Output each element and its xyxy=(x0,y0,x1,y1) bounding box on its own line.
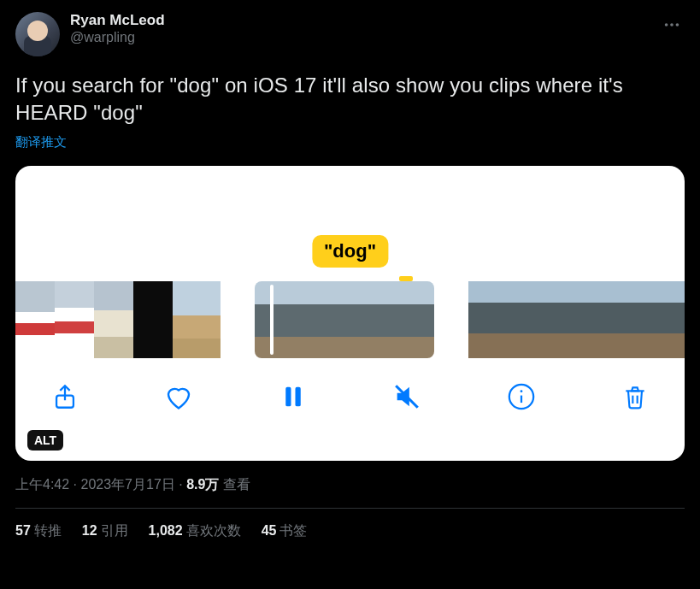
info-icon[interactable] xyxy=(504,380,538,414)
clip-thumb[interactable] xyxy=(591,281,632,358)
author-names[interactable]: Ryan McLeod @warpling xyxy=(70,12,165,45)
views-label: 查看 xyxy=(223,477,250,492)
tweet-header: Ryan McLeod @warpling xyxy=(15,12,685,56)
views-count: 8.9万 xyxy=(186,477,219,492)
clip-thumb[interactable] xyxy=(468,281,509,358)
media-toolbar xyxy=(15,358,685,435)
clip-thumb[interactable] xyxy=(55,281,94,358)
retweets-stat[interactable]: 57转推 xyxy=(15,522,62,540)
clip-thumb[interactable] xyxy=(94,281,133,358)
clip-thumb[interactable] xyxy=(374,281,434,358)
tweet-text: If you search for "dog" on iOS 17 it'll … xyxy=(15,72,685,127)
clip-thumb[interactable] xyxy=(133,281,173,358)
tweet-time[interactable]: 上午4:42 xyxy=(15,477,69,492)
clip-thumb[interactable] xyxy=(550,281,591,358)
share-icon[interactable] xyxy=(48,380,82,414)
pause-icon[interactable] xyxy=(276,380,310,414)
svg-point-2 xyxy=(676,23,679,27)
caption-tag: "dog" xyxy=(312,235,388,268)
handle: @warpling xyxy=(70,30,165,45)
media-top: "dog" xyxy=(15,166,685,281)
heart-icon[interactable] xyxy=(162,380,196,414)
svg-point-1 xyxy=(670,23,674,27)
tweet-meta: 上午4:42 · 2023年7月17日 · 8.9万 查看 xyxy=(15,476,685,494)
display-name: Ryan McLeod xyxy=(70,12,165,29)
svg-rect-5 xyxy=(295,387,300,407)
clip-thumb[interactable] xyxy=(632,281,674,358)
mute-icon[interactable] xyxy=(390,380,424,414)
tweet-date[interactable]: 2023年7月17日 xyxy=(80,477,174,492)
video-timeline[interactable] xyxy=(15,281,685,358)
alt-badge[interactable]: ALT xyxy=(27,430,63,451)
clip-thumb[interactable] xyxy=(255,281,315,358)
tweet-stats: 57转推 12引用 1,082喜欢次数 45书签 xyxy=(15,509,685,540)
bookmarks-stat[interactable]: 45书签 xyxy=(262,522,308,540)
svg-point-9 xyxy=(520,390,522,392)
clip-group[interactable] xyxy=(255,281,434,358)
clip-thumb[interactable] xyxy=(315,281,374,358)
clip-thumb[interactable] xyxy=(173,281,221,358)
clip-thumb[interactable] xyxy=(15,281,55,358)
clip-group[interactable] xyxy=(15,281,221,358)
clip-thumb[interactable] xyxy=(674,281,685,358)
clip-group[interactable] xyxy=(468,281,685,358)
svg-rect-4 xyxy=(285,387,291,407)
tweet: Ryan McLeod @warpling If you search for … xyxy=(0,0,700,540)
media-card[interactable]: "dog" xyxy=(15,166,685,461)
likes-stat[interactable]: 1,082喜欢次数 xyxy=(149,522,241,540)
svg-point-0 xyxy=(665,23,668,27)
more-icon[interactable] xyxy=(659,12,685,41)
quotes-stat[interactable]: 12引用 xyxy=(82,522,128,540)
translate-link[interactable]: 翻译推文 xyxy=(15,134,67,150)
trash-icon[interactable] xyxy=(618,380,652,414)
avatar[interactable] xyxy=(15,12,60,56)
clip-thumb[interactable] xyxy=(509,281,550,358)
